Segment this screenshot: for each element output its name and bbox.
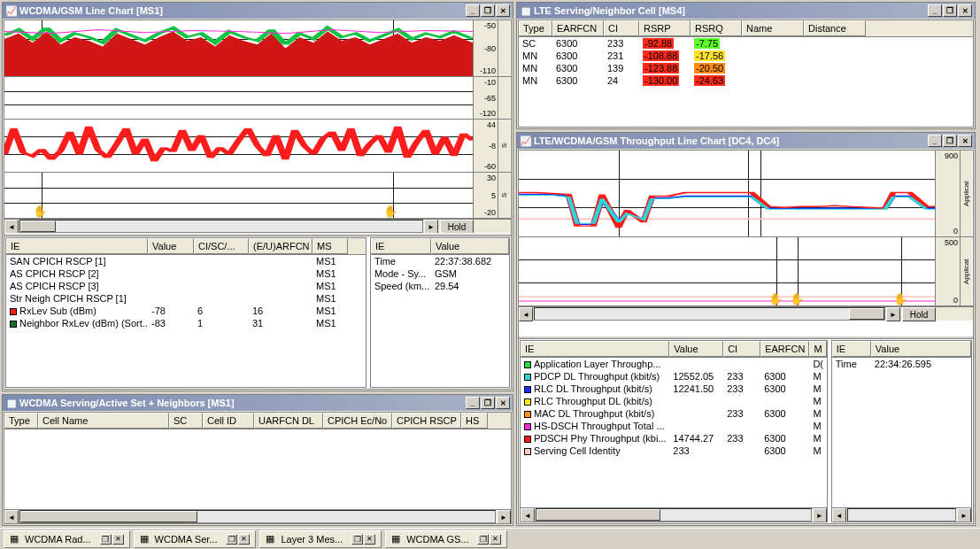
- maximize-button[interactable]: [481, 397, 495, 409]
- restore-button[interactable]: [226, 534, 237, 545]
- table-row[interactable]: MAC DL Throughput (kbit/s)2336300M: [521, 407, 827, 420]
- scroll-left-button[interactable]: ◄: [4, 220, 19, 234]
- table-row[interactable]: Application Layer Throughp...D(: [521, 358, 827, 370]
- table-row[interactable]: MN630024-130.00-24.63: [519, 74, 973, 87]
- close-button[interactable]: [958, 135, 972, 147]
- table-row[interactable]: Neighbor RxLev (dBm) (Sort...-83131MS1: [6, 317, 366, 329]
- column-header[interactable]: IE: [832, 341, 871, 357]
- chart-pane-1[interactable]: [4, 20, 474, 76]
- chart-pane-2[interactable]: ✋ ✋ ✋: [519, 237, 936, 305]
- scrollbar-track[interactable]: [19, 220, 423, 233]
- taskbar-tab[interactable]: ▦Layer 3 Mes...: [259, 530, 382, 548]
- table-row[interactable]: Str Neigh CPICH RSCP [1]MS1: [6, 292, 366, 305]
- column-header[interactable]: Cell ID: [203, 413, 254, 429]
- scrollbar-track[interactable]: [534, 307, 885, 321]
- column-header[interactable]: IE: [371, 238, 431, 254]
- titlebar[interactable]: ▦ LTE Serving/Neighbor Cell [MS4] _: [517, 3, 975, 19]
- scroll-left-button[interactable]: ◄: [521, 508, 535, 522]
- column-header[interactable]: EARFCN: [760, 341, 809, 357]
- minimize-button[interactable]: _: [928, 4, 942, 17]
- table-row[interactable]: PDSCH Phy Throughput (kbi...14744.272336…: [521, 432, 827, 445]
- scroll-right-button[interactable]: ►: [886, 307, 900, 321]
- column-header[interactable]: RSRQ: [691, 20, 742, 36]
- column-header[interactable]: HS: [461, 413, 488, 429]
- table-row[interactable]: RLC DL Throughput (kbit/s)12241.50233630…: [521, 383, 827, 395]
- close-button[interactable]: [238, 534, 250, 545]
- taskbar-tab[interactable]: ▦WCDMA Rad...: [4, 530, 130, 548]
- table-row[interactable]: RxLev Sub (dBm)-78616MS1: [6, 305, 366, 317]
- column-header[interactable]: CI: [604, 20, 639, 36]
- hand-cursor-icon[interactable]: ✋: [768, 292, 783, 305]
- table-row[interactable]: SC6300233-92.88-7.75: [519, 37, 973, 50]
- scroll-right-button[interactable]: ►: [957, 508, 971, 522]
- close-button[interactable]: [112, 534, 124, 545]
- scrollbar-thumb[interactable]: [20, 220, 56, 232]
- minimize-button[interactable]: _: [928, 135, 942, 147]
- table-row[interactable]: Time22:37:38.682: [371, 255, 509, 267]
- column-header[interactable]: IE: [521, 341, 669, 357]
- scroll-left-button[interactable]: ◄: [832, 508, 846, 522]
- scrollbar-thumb[interactable]: [849, 308, 884, 320]
- scrollbar-track[interactable]: [19, 510, 496, 523]
- table-row[interactable]: RLC Throughput DL (kbit/s)M: [521, 395, 827, 407]
- titlebar[interactable]: ▦ WCDMA Serving/Active Set + Neighbors […: [3, 395, 513, 411]
- restore-button[interactable]: [351, 534, 363, 545]
- scroll-right-button[interactable]: ►: [813, 508, 827, 522]
- table-row[interactable]: Serving Cell Identity2336300M: [521, 445, 827, 457]
- column-header[interactable]: Value: [148, 238, 194, 254]
- column-header[interactable]: Name: [742, 20, 804, 36]
- column-header[interactable]: IE: [6, 238, 148, 254]
- column-header[interactable]: Distance: [804, 20, 866, 36]
- scroll-left-button[interactable]: ◄: [4, 510, 19, 524]
- close-button[interactable]: [364, 534, 375, 545]
- close-button[interactable]: [490, 534, 501, 545]
- column-header[interactable]: (E/U)ARFCN: [249, 238, 313, 254]
- titlebar[interactable]: 📈 LTE/WCDMA/GSM Throughput Line Chart [D…: [517, 133, 975, 149]
- minimize-button[interactable]: _: [466, 397, 480, 409]
- column-header[interactable]: Value: [669, 341, 723, 357]
- hand-cursor-icon[interactable]: ✋: [893, 292, 907, 305]
- close-button[interactable]: [496, 4, 510, 17]
- scrollbar-thumb[interactable]: [20, 511, 197, 522]
- scroll-right-button[interactable]: ►: [424, 220, 438, 234]
- column-header[interactable]: Cell Name: [38, 413, 169, 429]
- column-header[interactable]: MS: [313, 238, 348, 254]
- column-header[interactable]: Type: [4, 413, 38, 429]
- chart-pane-1[interactable]: [519, 151, 936, 236]
- table-row[interactable]: HS-DSCH Throughput Total ...M: [521, 420, 827, 432]
- maximize-button[interactable]: [481, 4, 495, 17]
- titlebar[interactable]: 📈 WCDMA/GSM Line Chart [MS1] _: [3, 3, 513, 19]
- restore-button[interactable]: [477, 534, 489, 545]
- scroll-right-button[interactable]: ►: [497, 510, 511, 524]
- hand-cursor-icon[interactable]: ✋: [33, 205, 47, 218]
- column-header[interactable]: RSRP: [639, 20, 691, 36]
- restore-button[interactable]: [100, 534, 112, 545]
- maximize-button[interactable]: [943, 4, 957, 17]
- table-row[interactable]: PDCP DL Throughput (kbit/s)12552.0523363…: [521, 370, 827, 383]
- table-row[interactable]: AS CPICH RSCP [3]MS1: [6, 280, 366, 292]
- table-row[interactable]: Mode - Sy...GSM: [371, 267, 509, 280]
- column-header[interactable]: Value: [871, 341, 971, 357]
- scroll-left-button[interactable]: ◄: [519, 307, 533, 321]
- taskbar-tab[interactable]: ▦WCDMA Ser...: [134, 530, 257, 548]
- close-button[interactable]: [958, 4, 972, 17]
- column-header[interactable]: SC: [169, 413, 203, 429]
- hand-cursor-icon[interactable]: ✋: [790, 292, 804, 305]
- table-row[interactable]: SAN CPICH RSCP [1]MS1: [6, 255, 366, 267]
- table-row[interactable]: AS CPICH RSCP [2]MS1: [6, 267, 366, 280]
- table-row[interactable]: MN6300231-108.88-17.56: [519, 50, 973, 62]
- hold-button[interactable]: Hold: [902, 307, 936, 321]
- column-header[interactable]: CPICH RSCP: [392, 413, 461, 429]
- scrollbar-track[interactable]: [847, 508, 956, 522]
- table-row[interactable]: Speed (km...29.54: [371, 280, 509, 292]
- hand-cursor-icon[interactable]: ✋: [383, 205, 397, 218]
- column-header[interactable]: M: [809, 341, 826, 357]
- minimize-button[interactable]: _: [466, 4, 480, 17]
- close-button[interactable]: [496, 397, 510, 409]
- column-header[interactable]: CI/SC/...: [194, 238, 249, 254]
- table-row[interactable]: MN6300139-123.88-20.50: [519, 62, 973, 74]
- scrollbar-track[interactable]: [536, 508, 812, 522]
- chart-pane-3[interactable]: [4, 120, 474, 172]
- chart-pane-2[interactable]: [4, 77, 474, 119]
- column-header[interactable]: CPICH Ec/No: [323, 413, 392, 429]
